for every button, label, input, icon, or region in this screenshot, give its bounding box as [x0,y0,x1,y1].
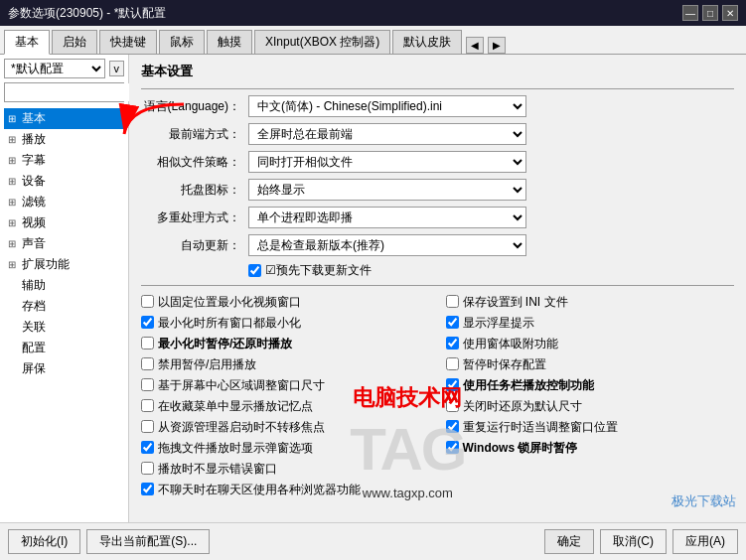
cb-empty [446,461,735,478]
label-frontend: 最前端方式： [141,126,240,143]
expander-device: ⊞ [8,176,22,187]
minimize-btn[interactable]: — [682,5,698,21]
expander-audio: ⊞ [8,238,22,249]
expander-video: ⊞ [8,217,22,228]
content-area: *默认配置 v 🔍 ⊞ 基本 ⊞ 播放 ⊞ 字幕 [0,55,746,522]
tabs-bar: 基本 启始 快捷键 鼠标 触摸 XInput(XBOX 控制器) 默认皮肤 ◀ … [0,26,746,55]
pre-download-checkbox-label[interactable]: ☑预先下载更新文件 [248,262,734,279]
expander-filter: ⊞ [8,197,22,208]
expander-subtitle: ⊞ [8,155,22,166]
cb-minimize-pause[interactable]: 最小化时暂停/还原时播放 [141,336,430,352]
expander-play: ⊞ [8,134,22,145]
tree-item-archive[interactable]: 存档 [4,296,124,317]
checkbox-grid: 以固定位置最小化视频窗口 保存设置到 INI 文件 最小化时所有窗口都最小化 显… [141,294,734,498]
select-update[interactable]: 总是检查最新版本(推荐) [248,234,526,256]
cb-win-lock-pause[interactable]: Windows 锁屏时暂停 [446,440,735,457]
cancel-btn[interactable]: 取消(C) [600,529,667,554]
tree-item-subtitle[interactable]: ⊞ 字幕 [4,150,124,171]
cb-disable-pause[interactable]: 禁用暂停/启用播放 [141,356,430,373]
label-multi: 多重处理方式： [141,210,240,226]
tree-item-assoc[interactable]: 关联 [4,317,124,338]
maximize-btn[interactable]: □ [702,5,718,21]
tab-mouse[interactable]: 鼠标 [159,30,205,54]
tab-skin[interactable]: 默认皮肤 [392,30,462,54]
tab-xinput[interactable]: XInput(XBOX 控制器) [254,30,390,54]
cb-no-focus[interactable]: 从资源管理器启动时不转移焦点 [141,419,430,436]
apply-btn[interactable]: 应用(A) [672,529,738,554]
expander-config [8,343,22,353]
cb-save-ini[interactable]: 保存设置到 INI 文件 [446,294,735,311]
profile-dropdown-btn[interactable]: v [109,61,125,76]
window-controls: — □ ✕ [682,5,738,21]
pre-download-label: ☑预先下载更新文件 [265,262,372,279]
select-language[interactable]: 中文(简体) - Chinese(Simplified).ini [248,95,526,117]
cb-taskbar-control[interactable]: 使用任务栏播放控制功能 [446,377,735,394]
tree-item-basic[interactable]: ⊞ 基本 [4,108,124,129]
select-similar[interactable]: 同时打开相似文件 [248,151,526,173]
tree-item-device[interactable]: ⊞ 设备 [4,171,124,192]
select-tray[interactable]: 始终显示 [248,179,526,201]
close-btn[interactable]: ✕ [722,5,738,21]
select-frontend[interactable]: 全屏时总在最前端 [248,123,526,145]
expander-assoc [8,322,22,333]
select-multi[interactable]: 单个进程即选即播 [248,207,526,228]
expander-basic: ⊞ [8,113,22,124]
tree-item-video[interactable]: ⊞ 视频 [4,212,124,233]
cb-tooltip[interactable]: 显示浮星提示 [446,315,735,332]
profile-row: *默认配置 v [4,59,124,78]
tab-start[interactable]: 启始 [52,30,97,54]
tree-item-filter[interactable]: ⊞ 滤镜 [4,192,124,212]
bottom-right-buttons: 确定 取消(C) 应用(A) [544,529,738,554]
tab-nav-right[interactable]: ▶ [488,37,506,54]
pre-download-row: ☑预先下载更新文件 [248,262,734,279]
divider-mid [141,285,734,286]
main-container: 基本 启始 快捷键 鼠标 触摸 XInput(XBOX 控制器) 默认皮肤 ◀ … [0,26,746,560]
expander-assist [8,280,22,291]
pre-download-checkbox[interactable] [248,264,261,277]
tree-list: ⊞ 基本 ⊞ 播放 ⊞ 字幕 ⊞ 设备 ⊞ 滤镜 [4,108,124,518]
search-row: 🔍 [4,82,124,102]
setting-row-multi: 多重处理方式： 单个进程即选即播 [141,207,734,228]
bottom-left-buttons: 初始化(I) 导出当前配置(S)... [8,529,210,554]
expander-extensions: ⊞ [8,259,22,270]
cb-drag-popup[interactable]: 拖拽文件播放时显示弹窗选项 [141,440,430,457]
tree-item-config[interactable]: 配置 [4,338,124,358]
tab-hotkey[interactable]: 快捷键 [99,30,157,54]
label-similar: 相似文件策略： [141,154,240,171]
cb-bookmark[interactable]: 在收藏菜单中显示播放记忆点 [141,398,430,415]
cb-fixed-pos[interactable]: 以固定位置最小化视频窗口 [141,294,430,311]
divider-top [141,88,734,89]
setting-row-language: 语言(Language)： 中文(简体) - Chinese(Simplifie… [141,95,734,117]
setting-row-tray: 托盘图标： 始终显示 [141,179,734,201]
tab-touch[interactable]: 触摸 [207,30,252,54]
cb-center-resize[interactable]: 基于屏幕中心区域调整窗口尺寸 [141,377,430,394]
window-title: 参数选项(230905) - *默认配置 [8,5,166,22]
tree-item-audio[interactable]: ⊞ 声音 [4,233,124,254]
cb-reopen-adjust[interactable]: 重复运行时适当调整窗口位置 [446,419,735,436]
setting-row-update: 自动更新： 总是检查最新版本(推荐) [141,234,734,256]
confirm-btn[interactable]: 确定 [544,529,594,554]
profile-select[interactable]: *默认配置 [4,59,105,78]
cb-restore-size[interactable]: 关闭时还原为默认尺寸 [446,398,735,415]
bottom-bar: 初始化(I) 导出当前配置(S)... 确定 取消(C) 应用(A) [0,522,746,560]
init-btn[interactable]: 初始化(I) [8,529,80,554]
cb-no-error-win[interactable]: 播放时不显示错误窗口 [141,461,430,478]
tab-nav-left[interactable]: ◀ [466,37,484,54]
label-tray: 托盘图标： [141,182,240,199]
left-panel: *默认配置 v 🔍 ⊞ 基本 ⊞ 播放 ⊞ 字幕 [0,55,129,522]
cb-snap[interactable]: 使用窗体吸附功能 [446,336,735,352]
cb-minimize-all[interactable]: 最小化时所有窗口都最小化 [141,315,430,332]
tree-item-extensions[interactable]: ⊞ 扩展功能 [4,254,124,275]
title-bar: 参数选项(230905) - *默认配置 — □ ✕ [0,0,746,26]
export-btn[interactable]: 导出当前配置(S)... [86,529,210,554]
expander-archive [8,301,22,312]
tree-item-play[interactable]: ⊞ 播放 [4,129,124,150]
tree-item-screensaver[interactable]: 屏保 [4,358,124,379]
tab-basic[interactable]: 基本 [4,30,50,55]
cb-save-on-pause[interactable]: 暂停时保存配置 [446,356,735,373]
section-title: 基本设置 [141,63,734,80]
label-update: 自动更新： [141,237,240,254]
label-language: 语言(Language)： [141,98,240,115]
cb-browser[interactable]: 不聊天时在聊天区使用各种浏览器功能 [141,482,430,498]
tree-item-assist[interactable]: 辅助 [4,275,124,296]
